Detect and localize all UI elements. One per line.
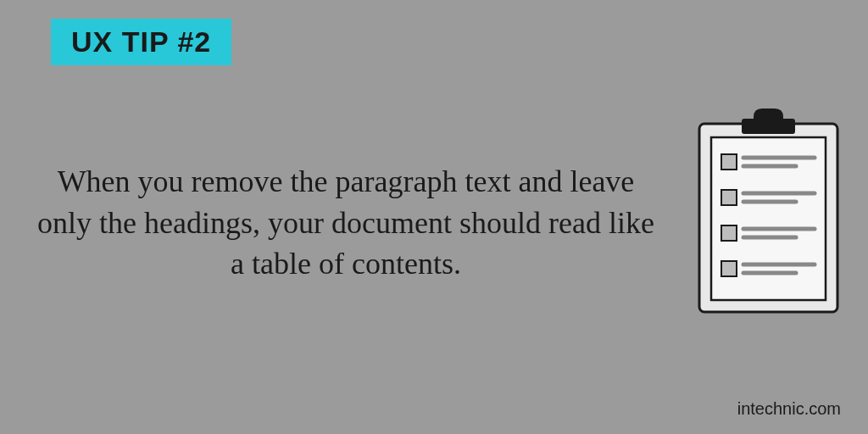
svg-rect-4 <box>721 154 737 170</box>
tip-body-text: When you remove the paragraph text and l… <box>32 161 659 285</box>
attribution-text: intechnic.com <box>737 399 841 419</box>
svg-rect-10 <box>721 225 737 241</box>
svg-rect-7 <box>721 190 737 205</box>
tip-badge: UX TIP #2 <box>51 19 231 65</box>
svg-rect-13 <box>721 261 737 276</box>
clipboard-checklist-icon <box>694 108 843 316</box>
